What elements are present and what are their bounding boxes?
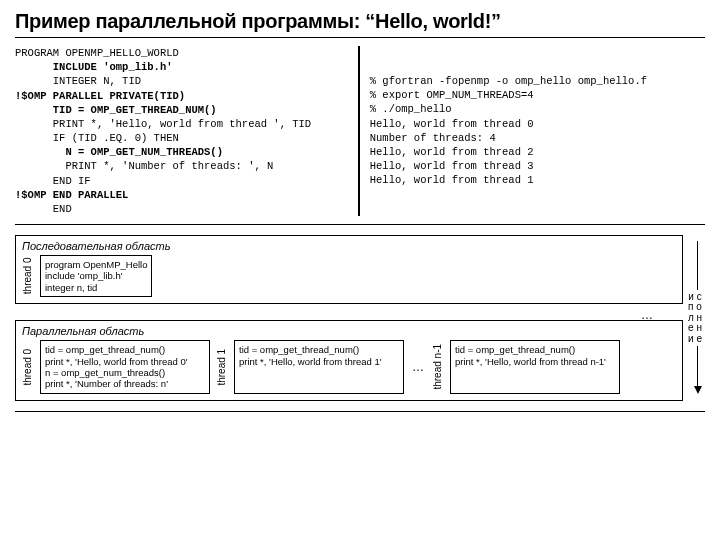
thread-label: thread 0: [22, 340, 34, 394]
code-line: INCLUDE 'omp_lib.h': [15, 61, 173, 73]
page-title: Пример параллельной программы: “Hello, w…: [15, 10, 705, 33]
code-line: PROGRAM OPENMP_HELLO_WORLD: [15, 47, 179, 59]
execution-diagram: и с п о л н е н и е Последовательная обл…: [15, 235, 705, 401]
code-line: END: [15, 203, 72, 215]
code-line: INTEGER N, TID: [15, 75, 141, 87]
parallel-threads: thread 0 tid = omp_get_thread_num() prin…: [22, 340, 676, 394]
term-line: Number of threads: 4: [370, 132, 496, 144]
term-line: Hello, world from thread 2: [370, 146, 534, 158]
code-line: END IF: [15, 175, 91, 187]
code-line: IF (TID .EQ. 0) THEN: [15, 132, 179, 144]
thread-label: thread 1: [216, 340, 228, 394]
term-line: % export OMP_NUM_THREADS=4: [370, 89, 534, 101]
code-line: !$OMP PARALLEL PRIVATE(TID): [15, 90, 185, 102]
term-line: Hello, world from thread 1: [370, 174, 534, 186]
code-line: PRINT *, 'Hello, world from thread ', TI…: [15, 118, 311, 130]
code-line: PRINT *, 'Number of threads: ', N: [15, 160, 273, 172]
divider-mid: [15, 224, 705, 225]
top-panels: PROGRAM OPENMP_HELLO_WORLD INCLUDE 'omp_…: [15, 46, 705, 216]
vertical-divider: [358, 46, 360, 216]
thread-box: tid = omp_get_thread_num() print *, 'Hel…: [450, 340, 620, 394]
term-line: % gfortran -fopenmp -o omp_hello omp_hel…: [370, 75, 647, 87]
execution-label: и с п о л н е н и е: [685, 290, 705, 347]
thread-label: thread n-1: [432, 340, 444, 394]
code-line: !$OMP END PARALLEL: [15, 189, 128, 201]
thread-box: program OpenMP_Hello include 'omp_lib.h'…: [40, 255, 152, 297]
term-line: Hello, world from thread 3: [370, 160, 534, 172]
parallel-region: Параллельная область thread 0 tid = omp_…: [15, 320, 683, 401]
sequential-region-title: Последовательная область: [22, 240, 676, 252]
thread-box: tid = omp_get_thread_num() print *, 'Hel…: [234, 340, 404, 394]
divider-top: [15, 37, 705, 38]
term-line: % ./omp_hello: [370, 103, 452, 115]
code-line: N = OMP_GET_NUM_THREADS(): [15, 146, 223, 158]
term-line: Hello, world from thread 0: [370, 118, 534, 130]
source-code: PROGRAM OPENMP_HELLO_WORLD INCLUDE 'omp_…: [15, 46, 358, 216]
divider-bottom: [15, 411, 705, 412]
terminal-output: % gfortran -fopenmp -o omp_hello omp_hel…: [370, 46, 705, 216]
thread-box: tid = omp_get_thread_num() print *, 'Hel…: [40, 340, 210, 394]
thread-label: thread 0: [22, 255, 34, 297]
sequential-threads: thread 0 program OpenMP_Hello include 'o…: [22, 255, 676, 297]
arrow-head-icon: [694, 386, 702, 394]
parallel-region-title: Параллельная область: [22, 325, 676, 337]
sequential-region: Последовательная область thread 0 progra…: [15, 235, 683, 304]
execution-arrow: и с п о л н е н и е: [683, 235, 705, 401]
ellipsis: …: [410, 360, 426, 374]
code-line: TID = OMP_GET_THREAD_NUM(): [15, 104, 217, 116]
